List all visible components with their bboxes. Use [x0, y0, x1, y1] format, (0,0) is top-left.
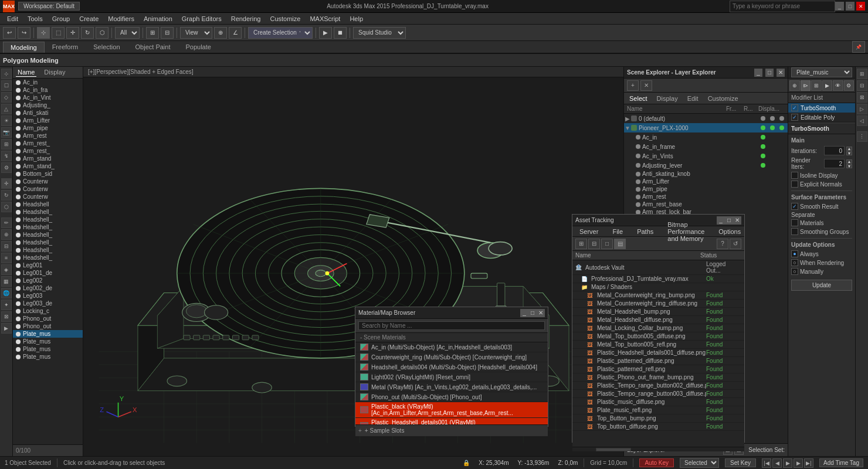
ts-materials-check[interactable]	[791, 219, 798, 226]
select-region[interactable]: ⬚	[52, 27, 65, 39]
mb-footer[interactable]: + + Sample Slots	[355, 424, 548, 436]
menu-help[interactable]: Help	[345, 15, 367, 23]
render-dropdown[interactable]: Create Selection ▼	[248, 27, 313, 39]
at-row-file[interactable]: 🖼 Plate_music_refl.png Found	[572, 406, 744, 414]
list-item[interactable]: Arm_rest_	[13, 140, 83, 147]
at-menu-bitmap[interactable]: Bitmap Performance and Memory	[663, 220, 708, 243]
at-row-vault[interactable]: 🏦 Autodesk Vault Logged Out...	[572, 260, 744, 275]
se-tab-customize[interactable]: Customize	[706, 94, 741, 103]
list-item[interactable]: Headshell_	[13, 239, 83, 246]
cmd-create-btn[interactable]: ⊕	[789, 80, 800, 91]
left-icon-cameras[interactable]: 📷	[1, 127, 12, 138]
ts-render-up[interactable]: ▲	[846, 159, 852, 164]
at-menu-paths[interactable]: Paths	[633, 227, 657, 236]
tree-item-ac-vints[interactable]: Ac_in_Vints	[624, 151, 788, 161]
tree-item-ac-in[interactable]: Ac_in	[624, 132, 788, 142]
at-menu-server[interactable]: Server	[575, 227, 602, 236]
list-item[interactable]: Arm_pipe	[13, 124, 83, 132]
tree-item-pioneer[interactable]: ▼ Pioneer_PLX-1000	[624, 123, 788, 132]
list-item[interactable]: Arm_Lifter	[13, 117, 83, 124]
list-item[interactable]: Phono_out	[13, 322, 83, 330]
list-item[interactable]: Counterw	[13, 185, 83, 193]
prev-frame-btn[interactable]: ◀	[772, 458, 782, 468]
rotate-button[interactable]: ↻	[81, 27, 94, 39]
undo-button[interactable]: ↩	[3, 27, 16, 39]
modifier-turbossmooth[interactable]: ✓ TurboSmooth	[788, 103, 855, 113]
at-row-file[interactable]: 🖼 Metal_Locking_Collar_bump.png Found	[572, 324, 744, 332]
tree-item-arm-pipe[interactable]: Arm_pipe	[624, 185, 788, 193]
menu-group[interactable]: Group	[48, 15, 74, 23]
list-item[interactable]: Arm_stand	[13, 155, 83, 162]
tree-item-adj[interactable]: Adjusting_lever	[624, 161, 788, 170]
at-row-file[interactable]: 🖼 Plastic_Tempo_range_button002_diffuse.…	[572, 382, 744, 390]
at-row-maps[interactable]: 📁 Maps / Shaders	[572, 283, 744, 291]
left-icon-systems[interactable]: ⚙	[1, 162, 12, 173]
at-row-file[interactable]: 🖼 Metal_Counterweight_ring_bump.png Foun…	[572, 291, 744, 300]
right-icon-5[interactable]: ◁	[857, 115, 867, 126]
left-icon-mirror[interactable]: ⊟	[1, 241, 12, 252]
tree-item-arm-rest-base[interactable]: Arm_rest_base	[624, 200, 788, 208]
key-next-btn[interactable]: ▶|	[804, 458, 813, 468]
left-icon-scale[interactable]: ⬡	[1, 202, 12, 212]
menu-modifiers[interactable]: Modifiers	[104, 15, 138, 23]
tab-object-paint[interactable]: Object Paint	[128, 41, 178, 53]
tab-freeform[interactable]: Freeform	[45, 41, 86, 53]
left-icon-select[interactable]: ⊹	[1, 69, 12, 79]
at-row-file[interactable]: 🖼 Top_button_diffuse.png Found	[572, 423, 744, 431]
list-item[interactable]: Adjusting_	[13, 101, 83, 109]
ts-when-rendering-check[interactable]: ○	[791, 259, 798, 266]
menu-tools[interactable]: Tools	[23, 15, 47, 23]
minimize-button[interactable]: _	[835, 2, 844, 11]
scale-button[interactable]: ⬡	[96, 27, 108, 39]
at-row-file[interactable]: 🖼 Plastic_patterned_diffuse.png Found	[572, 357, 744, 365]
at-row-file[interactable]: 🖼 Metal_Headshell_diffuse.png Found	[572, 316, 744, 324]
ts-iter-up[interactable]: ▲	[846, 147, 852, 151]
list-item[interactable]: Plate_mus	[13, 353, 83, 361]
at-row-maxfile[interactable]: 📄 Professional_DJ_Turntable_vray.max Ok	[572, 275, 744, 283]
at-row-file[interactable]: 🖼 Plastic_patterned_refl.png Found	[572, 365, 744, 373]
list-item[interactable]: Headshell_	[13, 231, 83, 239]
workspace-selector[interactable]: Workspace: Default	[18, 2, 80, 11]
list-item[interactable]: Leg001	[13, 261, 83, 269]
maximize-button[interactable]: □	[846, 2, 855, 11]
menu-rendering[interactable]: Rendering	[227, 15, 265, 23]
tree-item-arm-lifter[interactable]: Arm_Lifter	[624, 178, 788, 185]
scene-explorer-maximize[interactable]: □	[765, 69, 774, 77]
mb-maximize-btn[interactable]: □	[528, 309, 537, 317]
mirror-button[interactable]: ⊞	[146, 27, 159, 39]
mb-item-counterweight[interactable]: Counterweight_ring (Multi/Sub-Object) [C…	[355, 352, 548, 362]
list-item[interactable]: Arm_rest	[13, 132, 83, 140]
at-minimize-btn[interactable]: _	[717, 216, 725, 225]
left-icon-geometry[interactable]: ◇	[1, 92, 12, 103]
left-icon-track[interactable]: ⊠	[1, 311, 12, 322]
key-prev-btn[interactable]: |◀	[762, 458, 771, 468]
tab-selection[interactable]: Selection	[86, 41, 127, 53]
modifier-check-2[interactable]: ✓	[791, 114, 798, 121]
cmd-modify-btn[interactable]: ⧐	[801, 80, 811, 91]
at-row-file[interactable]: 🖼 Metal_Top_button005_diffuse.png Found	[572, 332, 744, 341]
at-maximize-btn[interactable]: □	[725, 216, 733, 225]
list-item[interactable]: Ac_in_fra	[13, 86, 83, 94]
menu-graph-editors[interactable]: Graph Editors	[178, 15, 226, 23]
at-btn-4[interactable]: ▤	[614, 239, 626, 249]
tree-item-default[interactable]: ▶ 0 (default)	[624, 114, 788, 123]
list-item[interactable]: Locking_c	[13, 307, 83, 315]
play-btn[interactable]: ▶	[783, 458, 792, 468]
tree-item-anti[interactable]: Anti_skating_knob	[624, 170, 788, 178]
mb-close-btn[interactable]: ✕	[537, 309, 545, 317]
at-row-file[interactable]: 🖼 Metal_Headshell_bump.png Found	[572, 308, 744, 316]
right-icon-1[interactable]: ⊞	[857, 69, 867, 79]
list-item[interactable]: Headshell_	[13, 254, 83, 261]
left-icon-video[interactable]: ▶	[1, 323, 12, 334]
left-icon-spacewarps[interactable]: ↯	[1, 151, 12, 161]
redo-button[interactable]: ↪	[18, 27, 30, 39]
left-icon-paint[interactable]: ✏	[1, 217, 12, 228]
at-close-btn[interactable]: ✕	[733, 216, 741, 225]
menu-edit[interactable]: Edit	[3, 15, 22, 23]
list-item[interactable]: Plate_mus	[13, 338, 83, 345]
mb-item-light[interactable]: Light002 (VRayLightMtl) [Reset_omni]	[355, 372, 548, 382]
next-frame-btn[interactable]: ▶	[794, 458, 803, 468]
list-item[interactable]: Headshell_	[13, 246, 83, 254]
mb-item-metal[interactable]: Metal (VRayMtl) [Ac_in_Vints,Leg002_deta…	[355, 382, 548, 392]
ts-update-button[interactable]: Update	[791, 280, 852, 291]
